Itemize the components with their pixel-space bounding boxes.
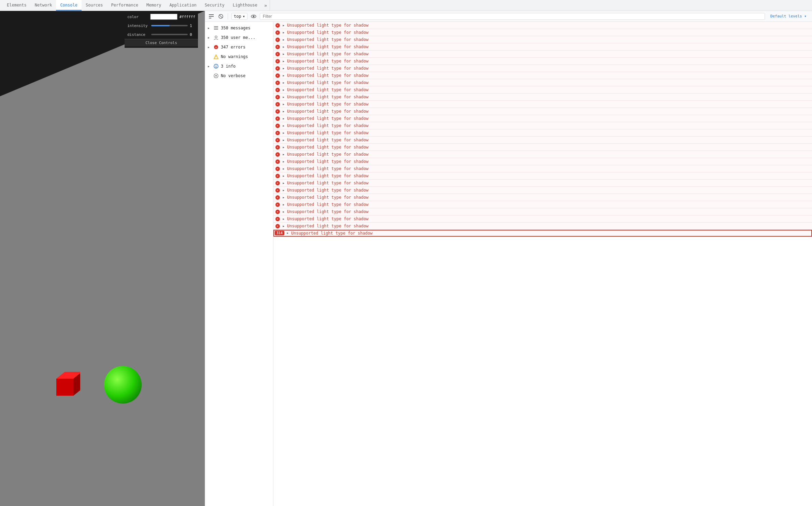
tab-network[interactable]: Network xyxy=(31,0,56,11)
console-message-row[interactable]: ✕ ▶ Unsupported light type for shadow xyxy=(273,22,812,29)
close-controls-button[interactable]: Close Controls xyxy=(125,39,198,46)
console-message-row[interactable]: ✕ ▶ Unsupported light type for shadow xyxy=(273,43,812,51)
console-message-row[interactable]: ✕ ▶ Unsupported light type for shadow xyxy=(273,158,812,165)
error-message-text: Unsupported light type for shadow xyxy=(287,159,809,164)
console-messages[interactable]: ✕ ▶ Unsupported light type for shadow ✕ … xyxy=(273,22,812,506)
sidebar-item-warnings[interactable]: ! No warnings xyxy=(205,52,273,61)
error-circle-icon: ✕ xyxy=(275,216,280,222)
expand-icon[interactable]: ▶ xyxy=(282,45,286,49)
sidebar-item-verbose[interactable]: No verbose xyxy=(205,71,273,81)
expand-icon[interactable]: ▶ xyxy=(282,66,286,70)
console-message-row[interactable]: ✕ ▶ Unsupported light type for shadow xyxy=(273,137,812,144)
error-message-text: Unsupported light type for shadow xyxy=(287,109,809,114)
user-icon xyxy=(213,35,219,40)
sidebar-item-all-messages[interactable]: ▶ 350 messages xyxy=(205,23,273,33)
expand-icon[interactable]: ▶ xyxy=(282,131,286,135)
expand-icon[interactable]: ▶ xyxy=(282,30,286,34)
expand-icon[interactable]: ▶ xyxy=(282,181,286,185)
console-message-row[interactable]: ✕ ▶ Unsupported light type for shadow xyxy=(273,115,812,122)
tab-more[interactable]: » xyxy=(261,0,270,11)
tab-console[interactable]: Console xyxy=(56,0,82,11)
sidebar-item-user-messages[interactable]: ▶ 350 user me... xyxy=(205,33,273,42)
tab-security[interactable]: Security xyxy=(201,0,229,11)
expand-icon[interactable]: ▶ xyxy=(282,174,286,178)
sidebar-item-errors[interactable]: ▶ ✕ 347 errors xyxy=(205,42,273,52)
console-message-row[interactable]: ✕ ▶ Unsupported light type for shadow xyxy=(273,208,812,215)
console-message-row[interactable]: ✕ ▶ Unsupported light type for shadow xyxy=(273,51,812,58)
error-circle-icon: ✕ xyxy=(275,30,280,35)
expand-icon[interactable]: ▶ xyxy=(282,145,286,149)
console-message-row[interactable]: ✕ ▶ Unsupported light type for shadow xyxy=(273,144,812,151)
distance-slider[interactable] xyxy=(151,34,188,35)
intensity-slider[interactable] xyxy=(151,25,188,26)
expand-icon[interactable]: ▶ xyxy=(282,88,286,92)
console-message-row[interactable]: ✕ ▶ Unsupported light type for shadow xyxy=(273,187,812,194)
console-message-row[interactable]: ✕ ▶ Unsupported light type for shadow xyxy=(273,215,812,223)
clear-console-icon[interactable] xyxy=(217,13,224,20)
expand-icon[interactable]: ▶ xyxy=(286,231,290,235)
tab-performance[interactable]: Performance xyxy=(107,0,142,11)
expand-icon[interactable]: ▶ xyxy=(282,81,286,85)
expand-icon[interactable]: ▶ xyxy=(282,152,286,156)
expand-icon[interactable]: ▶ xyxy=(282,23,286,27)
console-message-row[interactable]: 314 ▶ Unsupported light type for shadow xyxy=(273,230,812,237)
console-message-row[interactable]: ✕ ▶ Unsupported light type for shadow xyxy=(273,65,812,72)
expand-icon[interactable]: ▶ xyxy=(282,210,286,214)
console-message-row[interactable]: ✕ ▶ Unsupported light type for shadow xyxy=(273,86,812,94)
error-circle-icon: ✕ xyxy=(275,94,280,100)
console-message-row[interactable]: ✕ ▶ Unsupported light type for shadow xyxy=(273,108,812,115)
expand-arrow-icon: ▶ xyxy=(208,36,211,39)
expand-icon[interactable]: ▶ xyxy=(282,159,286,164)
console-message-row[interactable]: ✕ ▶ Unsupported light type for shadow xyxy=(273,29,812,36)
expand-icon[interactable]: ▶ xyxy=(282,109,286,113)
console-message-row[interactable]: ✕ ▶ Unsupported light type for shadow xyxy=(273,101,812,108)
error-message-text: Unsupported light type for shadow xyxy=(287,87,809,92)
tab-sources[interactable]: Sources xyxy=(82,0,107,11)
expand-icon[interactable]: ▶ xyxy=(282,202,286,207)
expand-icon[interactable]: ▶ xyxy=(282,124,286,128)
console-message-row[interactable]: ✕ ▶ Unsupported light type for shadow xyxy=(273,194,812,201)
console-message-row[interactable]: ✕ ▶ Unsupported light type for shadow xyxy=(273,223,812,230)
console-message-row[interactable]: ✕ ▶ Unsupported light type for shadow xyxy=(273,165,812,172)
expand-icon[interactable]: ▶ xyxy=(282,195,286,199)
expand-icon[interactable]: ▶ xyxy=(282,73,286,78)
color-swatch[interactable] xyxy=(150,14,177,20)
console-message-row[interactable]: ✕ ▶ Unsupported light type for shadow xyxy=(273,94,812,101)
expand-icon[interactable]: ▶ xyxy=(282,217,286,221)
console-message-row[interactable]: ✕ ▶ Unsupported light type for shadow xyxy=(273,122,812,129)
expand-icon[interactable]: ▶ xyxy=(282,95,286,99)
error-message-text: Unsupported light type for shadow xyxy=(287,173,809,178)
eye-icon[interactable] xyxy=(250,13,257,20)
context-selector[interactable]: top ▾ xyxy=(231,13,247,20)
tab-elements[interactable]: Elements xyxy=(3,0,31,11)
console-message-row[interactable]: ✕ ▶ Unsupported light type for shadow xyxy=(273,79,812,86)
filter-input[interactable] xyxy=(260,13,765,20)
expand-icon[interactable]: ▶ xyxy=(282,52,286,56)
console-message-row[interactable]: ✕ ▶ Unsupported light type for shadow xyxy=(273,58,812,65)
svg-rect-14 xyxy=(214,29,218,30)
expand-icon[interactable]: ▶ xyxy=(282,188,286,192)
expand-icon[interactable]: ▶ xyxy=(282,138,286,142)
error-icon: ✕ xyxy=(213,44,219,50)
expand-icon[interactable]: ▶ xyxy=(282,102,286,106)
expand-icon[interactable]: ▶ xyxy=(282,59,286,63)
tab-application[interactable]: Application xyxy=(165,0,200,11)
default-levels-button[interactable]: Default levels ▾ xyxy=(768,13,809,19)
console-message-row[interactable]: ✕ ▶ Unsupported light type for shadow xyxy=(273,201,812,208)
svg-point-23 xyxy=(215,75,217,76)
error-message-text: Unsupported light type for shadow xyxy=(287,116,809,121)
console-message-row[interactable]: ✕ ▶ Unsupported light type for shadow xyxy=(273,36,812,43)
expand-icon[interactable]: ▶ xyxy=(282,116,286,121)
console-message-row[interactable]: ✕ ▶ Unsupported light type for shadow xyxy=(273,172,812,180)
tab-memory[interactable]: Memory xyxy=(142,0,165,11)
console-message-row[interactable]: ✕ ▶ Unsupported light type for shadow xyxy=(273,72,812,79)
expand-icon[interactable]: ▶ xyxy=(282,38,286,42)
console-message-row[interactable]: ✕ ▶ Unsupported light type for shadow xyxy=(273,129,812,137)
tab-lighthouse[interactable]: Lighthouse xyxy=(229,0,261,11)
sidebar-toggle-icon[interactable] xyxy=(208,13,215,20)
expand-icon[interactable]: ▶ xyxy=(282,167,286,171)
console-message-row[interactable]: ✕ ▶ Unsupported light type for shadow xyxy=(273,151,812,158)
sidebar-item-info[interactable]: ▶ i 3 info xyxy=(205,61,273,71)
console-message-row[interactable]: ✕ ▶ Unsupported light type for shadow xyxy=(273,180,812,187)
expand-icon[interactable]: ▶ xyxy=(282,224,286,228)
